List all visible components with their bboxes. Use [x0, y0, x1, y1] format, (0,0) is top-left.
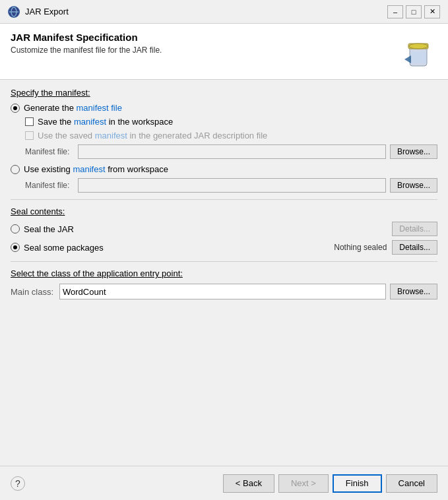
seal-jar-option[interactable]: Seal the JAR Details... — [11, 222, 437, 236]
seal-some-packages-details-button[interactable]: Details... — [392, 240, 437, 255]
use-saved-manifest-checkbox[interactable] — [25, 131, 34, 140]
entry-point-label: Select the class of the application entr… — [11, 268, 437, 278]
seal-some-packages-radio[interactable] — [11, 243, 20, 252]
browse-button-2[interactable]: Browse... — [390, 178, 437, 193]
manifest-file-label-1: Manifest file: — [25, 147, 78, 156]
seal-contents-label: Seal contents: — [11, 206, 437, 216]
nothing-sealed-text: Nothing sealed — [334, 243, 387, 252]
page-title: JAR Manifest Specification — [11, 32, 162, 43]
use-saved-manifest-option: Use the saved manifest in the generated … — [11, 131, 437, 141]
seal-jar-details-button[interactable]: Details... — [392, 222, 437, 236]
specify-manifest-label: Specify the manifest: — [11, 88, 437, 98]
svg-point-5 — [409, 44, 428, 49]
main-content: Specify the manifest: Generate the manif… — [0, 80, 448, 466]
save-manifest-checkbox[interactable] — [25, 117, 34, 126]
page-subtitle: Customize the manifest file for the JAR … — [11, 46, 162, 55]
manifest-file-row-1: Manifest file: Browse... — [11, 144, 437, 159]
window-title: JAR Export — [25, 7, 387, 16]
seal-some-packages-label: Seal some packages — [24, 243, 334, 253]
main-class-label: Main class: — [11, 287, 59, 297]
manifest-file-input-2[interactable] — [78, 178, 386, 193]
generate-manifest-radio[interactable] — [11, 104, 20, 113]
footer: ? < Back Next > Finish Cancel — [0, 466, 448, 500]
generate-manifest-label: Generate the manifest file — [24, 103, 122, 113]
help-button[interactable]: ? — [11, 476, 25, 491]
manifest-file-row-2: Manifest file: Browse... — [11, 178, 437, 193]
generate-manifest-option[interactable]: Generate the manifest file — [11, 103, 437, 113]
separator-2 — [11, 261, 437, 262]
use-existing-manifest-radio[interactable] — [11, 165, 20, 174]
main-class-browse-button[interactable]: Browse... — [390, 284, 437, 299]
seal-some-packages-option[interactable]: Seal some packages Nothing sealed Detail… — [11, 240, 437, 255]
maximize-button[interactable]: □ — [406, 5, 422, 18]
separator-1 — [11, 199, 437, 200]
svg-rect-6 — [410, 51, 426, 63]
app-icon — [8, 6, 20, 18]
manifest-file-input-1[interactable] — [78, 144, 386, 159]
save-manifest-option[interactable]: Save the manifest in the workspace — [11, 117, 437, 127]
title-bar: JAR Export – □ ✕ — [0, 0, 448, 24]
main-class-row: Main class: Browse... — [11, 284, 437, 299]
back-button[interactable]: < Back — [223, 474, 274, 493]
jar-icon — [398, 32, 437, 71]
next-button[interactable]: Next > — [278, 474, 329, 493]
close-button[interactable]: ✕ — [424, 5, 440, 18]
window-controls: – □ ✕ — [387, 5, 440, 18]
header-section: JAR Manifest Specification Customize the… — [0, 24, 448, 80]
use-saved-manifest-label: Use the saved manifest in the generated … — [38, 131, 267, 141]
use-existing-manifest-label: Use existing manifest from workspace — [24, 164, 168, 174]
header-text: JAR Manifest Specification Customize the… — [11, 32, 162, 55]
seal-jar-label: Seal the JAR — [24, 224, 392, 234]
svg-marker-7 — [404, 55, 411, 63]
use-existing-manifest-option[interactable]: Use existing manifest from workspace — [11, 164, 437, 174]
main-class-input[interactable] — [59, 284, 386, 299]
finish-button[interactable]: Finish — [333, 474, 382, 493]
save-manifest-label: Save the manifest in the workspace — [38, 117, 173, 127]
manifest-file-label-2: Manifest file: — [25, 181, 78, 190]
cancel-button[interactable]: Cancel — [386, 474, 437, 493]
browse-button-1[interactable]: Browse... — [390, 144, 437, 159]
seal-jar-radio[interactable] — [11, 224, 20, 234]
minimize-button[interactable]: – — [387, 5, 403, 18]
